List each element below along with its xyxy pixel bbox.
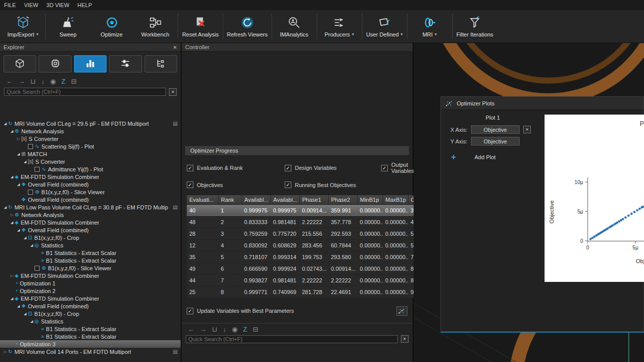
sort-icon[interactable]: Z bbox=[243, 326, 247, 333]
dropdown-caret-icon[interactable]: ▾ bbox=[352, 32, 354, 37]
filter-checkbox-running-best-objectives[interactable]: ✓Running Best Objectives bbox=[285, 182, 381, 188]
tree-item-network-analysis[interactable]: ▷⚙Network Analysis bbox=[0, 211, 181, 219]
add-plot-row[interactable]: + Add Plot bbox=[441, 153, 545, 162]
column-header[interactable]: Evaluati... bbox=[187, 195, 218, 204]
tree-item-em-fdtd-simulation-combiner[interactable]: ◢◈EM-FDTD Simulation Combiner bbox=[0, 219, 181, 226]
x-axis-select[interactable]: Objective bbox=[471, 125, 520, 134]
explorer-search-input[interactable] bbox=[4, 88, 166, 96]
toolbar-button-optimize[interactable]: Optimize bbox=[90, 10, 133, 43]
caret-open-icon[interactable]: ◢ bbox=[16, 152, 21, 156]
tree-item-b1-statistics-extract-scalar[interactable]: »B1 Statistics - Extract Scalar bbox=[0, 333, 181, 340]
selection-box-icon[interactable]: ⊟ bbox=[71, 78, 77, 85]
tree-item-b1-statistics-extract-scalar[interactable]: »B1 Statistics - Extract Scalar bbox=[0, 257, 181, 264]
dropdown-caret-icon[interactable]: ▾ bbox=[37, 32, 39, 37]
caret-open-icon[interactable]: ◢ bbox=[3, 122, 8, 126]
dropdown-caret-icon[interactable]: ▾ bbox=[401, 32, 403, 37]
export-icon[interactable]: ⊔ bbox=[212, 326, 217, 333]
toolbar-button-reset-analysis[interactable]: Reset Analysis bbox=[179, 10, 222, 43]
table-row[interactable]: 4010.9999750.9999750.00914...359.9910.00… bbox=[187, 204, 439, 216]
analysis-view-button[interactable] bbox=[74, 55, 107, 73]
column-header[interactable]: Availabl... bbox=[242, 195, 270, 204]
toolbar-button-workbench[interactable]: Workbench bbox=[133, 10, 177, 43]
tree-item-b1-x-y-z-f0-crop[interactable]: ◢⊡B1(x,y,z,f0) - Crop bbox=[0, 310, 181, 317]
tree-item-s-converter[interactable]: ◢[s]S Converter bbox=[0, 158, 181, 165]
table-row[interactable]: 4960.6665900.9999240.02743...0.00914...0… bbox=[187, 263, 439, 274]
sort-icon[interactable]: Z bbox=[61, 78, 65, 85]
visibility-icon[interactable]: ◉ bbox=[232, 326, 238, 333]
item-visibility-checkbox[interactable] bbox=[35, 167, 40, 172]
checkbox-icon[interactable]: ✓ bbox=[187, 182, 193, 188]
caret-open-icon[interactable]: ◢ bbox=[16, 183, 21, 187]
filter-checkbox-objectives[interactable]: ✓Objectives bbox=[187, 182, 285, 188]
column-header[interactable]: Availabl... bbox=[270, 195, 299, 204]
caret-open-icon[interactable]: ◢ bbox=[22, 160, 28, 164]
column-header[interactable]: Phase1 bbox=[299, 195, 328, 204]
table-row[interactable]: 4820.8333330.9814812.22222357.7780.00000… bbox=[187, 216, 439, 228]
tree-item-network-analysis[interactable]: ◢⚙Network Analysis bbox=[0, 127, 181, 135]
column-header[interactable]: MaxB1p bbox=[383, 195, 408, 204]
toolbar-button-user-defined[interactable]: User Defined▾ bbox=[363, 10, 406, 43]
back-arrow-icon[interactable]: ← bbox=[188, 326, 194, 333]
caret-closed-icon[interactable]: ▷ bbox=[16, 137, 21, 141]
table-row[interactable]: 1240.8300920.608629283.45660.78440.00000… bbox=[187, 239, 439, 251]
tree-item-optimization-1[interactable]: ◔Optimization 1 bbox=[0, 279, 181, 287]
toolbar-button-imanalytics[interactable]: IMAnalytics bbox=[273, 10, 316, 43]
filter-checkbox-evaluation-rank[interactable]: ✓Evaluation & Rank bbox=[187, 162, 285, 174]
model-view-button[interactable] bbox=[4, 55, 36, 73]
menu-item-view[interactable]: VIEW bbox=[24, 2, 38, 8]
toolbar-button-refresh-viewers[interactable]: Refresh Viewers bbox=[224, 10, 271, 43]
tree-item-mri-low-pass-volume-coil-cleg-30-8-pf-em-fdtd-multip[interactable]: ◢↻MRI Low Pass Volume Coil CLeg = 30.8 p… bbox=[0, 203, 181, 211]
tree-item-overall-field-combined[interactable]: ❖Overall Field (combined) bbox=[0, 196, 181, 203]
dropdown-caret-icon[interactable]: ▾ bbox=[435, 32, 437, 37]
optimizer-plots-window[interactable]: Optimizer Plots Plot 1 X Axis: Objective… bbox=[440, 96, 644, 333]
tree-item-b1-statistics-extract-scalar[interactable]: »B1 Statistics - Extract Scalar bbox=[0, 249, 181, 257]
checkbox-icon[interactable]: ✓ bbox=[285, 182, 291, 188]
caret-open-icon[interactable]: ◢ bbox=[3, 205, 8, 209]
caret-open-icon[interactable]: ◢ bbox=[29, 243, 35, 247]
tree-item-optimization-3[interactable]: ◔Optimization 3 bbox=[0, 340, 181, 348]
menu-item-file[interactable]: FILE bbox=[4, 2, 16, 8]
tree-item-em-fdtd-simulation-combiner[interactable]: ▷◈EM-FDTD Simulation Combiner bbox=[0, 272, 181, 279]
table-row[interactable]: 2830.7592590.775720215.556292.5930.00000… bbox=[187, 228, 439, 239]
column-header[interactable]: MinB1p bbox=[357, 195, 383, 204]
toolbar-button-filter-iterations[interactable]: Filter Iterations bbox=[453, 10, 497, 43]
checkbox-icon[interactable]: ✓ bbox=[285, 165, 291, 171]
tree-item-em-fdtd-simulation-combiner[interactable]: ◢◈EM-FDTD Simulation Combiner bbox=[0, 173, 181, 180]
toolbar-button-sweep[interactable]: Sweep bbox=[46, 10, 90, 43]
clear-search-icon[interactable]: ✕ bbox=[169, 88, 177, 96]
export-icon[interactable]: ⊔ bbox=[30, 78, 36, 85]
caret-open-icon[interactable]: ◢ bbox=[9, 175, 15, 179]
selection-box-icon[interactable]: ⊟ bbox=[253, 326, 258, 333]
back-arrow-icon[interactable]: ← bbox=[6, 78, 13, 85]
simulation-view-button[interactable] bbox=[39, 55, 71, 73]
download-arrow-icon[interactable]: ↓ bbox=[41, 78, 45, 85]
column-header[interactable]: Rank bbox=[218, 195, 242, 204]
visibility-icon[interactable]: ◉ bbox=[50, 78, 56, 85]
tree-item-statistics[interactable]: ◢◎Statistics bbox=[0, 241, 181, 249]
tree-item-b1-statistics-extract-scalar[interactable]: »B1 Statistics - Extract Scalar bbox=[0, 325, 181, 333]
update-variables-checkbox[interactable]: ✓ bbox=[187, 308, 193, 314]
caret-open-icon[interactable]: ◢ bbox=[9, 221, 15, 225]
caret-closed-icon[interactable]: ▷ bbox=[9, 213, 15, 217]
show-plots-button[interactable] bbox=[396, 306, 408, 316]
table-row[interactable]: 3550.7181070.999314199.753293.5800.00000… bbox=[187, 251, 439, 263]
optimizer-results-table[interactable]: Evaluati...RankAvailabl...Availabl...Pha… bbox=[187, 195, 440, 298]
caret-open-icon[interactable]: ◢ bbox=[29, 319, 35, 323]
caret-open-icon[interactable]: ◢ bbox=[22, 236, 28, 240]
toolbar-button-imp-export[interactable]: Imp/Export▾ bbox=[1, 10, 45, 43]
toolbar-button-producers[interactable]: Producers▾ bbox=[318, 10, 361, 43]
column-header[interactable]: Phase2 bbox=[328, 195, 357, 204]
y-axis-select[interactable]: Objective bbox=[471, 137, 520, 146]
checkbox-icon[interactable]: ✓ bbox=[381, 165, 388, 171]
item-visibility-checkbox[interactable] bbox=[28, 144, 33, 149]
caret-open-icon[interactable]: ◢ bbox=[9, 297, 15, 301]
tree-item-match[interactable]: ◢⊞MATCH bbox=[0, 150, 181, 158]
optimizer-plots-titlebar[interactable]: Optimizer Plots bbox=[441, 97, 643, 110]
tree-item-optimization-2[interactable]: ◔Optimization 2 bbox=[0, 287, 181, 295]
tree-item-b1-x-y-z-f0-crop[interactable]: ◢⊡B1(x,y,z,f0) - Crop bbox=[0, 234, 181, 241]
tree-item-b1-x-y-z-f0-slice-viewer[interactable]: ⊕B1(x,y,z,f0) - Slice Viewer bbox=[0, 264, 181, 272]
controller-view-button[interactable] bbox=[109, 55, 142, 73]
forward-arrow-icon[interactable]: → bbox=[200, 326, 207, 333]
tree-item-overall-field-combined[interactable]: ◢❖Overall Field (combined) bbox=[0, 180, 181, 188]
tree-item-b1-x-y-z-f0-slice-viewer[interactable]: ⊕B1(x,y,z,f0) - Slice Viewer bbox=[0, 188, 181, 196]
